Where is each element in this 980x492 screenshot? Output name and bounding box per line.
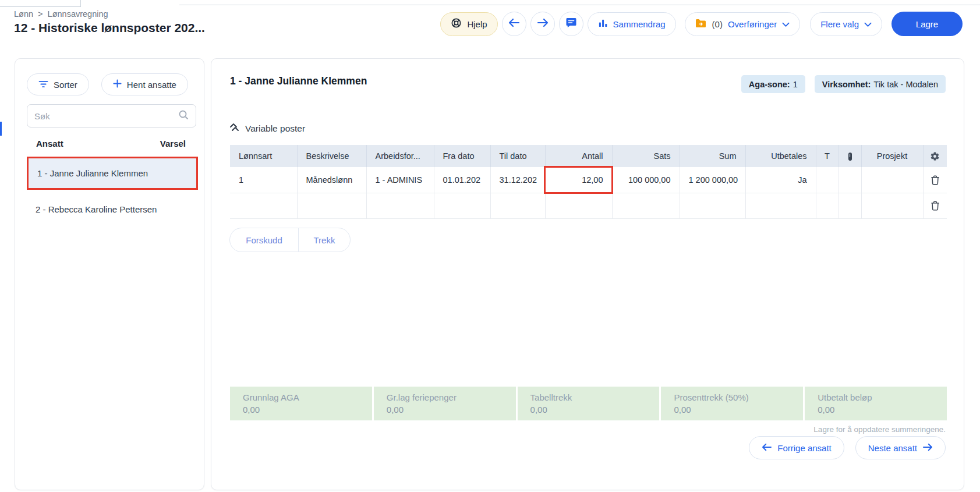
cell-utbetales[interactable] [745, 193, 816, 218]
header-lonnsart: Lønnsart [230, 145, 297, 167]
breadcrumb-separator: > [38, 9, 43, 19]
employee-name: 2 - Rebecca Karoline Pettersen [36, 204, 157, 214]
filter-icon [38, 80, 48, 90]
cell-t[interactable] [816, 167, 839, 193]
cell-til-dato[interactable]: 31.12.202 [490, 167, 545, 193]
table-header-row: Lønnsart Beskrivelse Arbeidsfor... Fra d… [230, 145, 947, 167]
save-button[interactable]: Lagre [891, 12, 963, 36]
cell-antall-annotated[interactable]: 12,00 [545, 167, 612, 193]
cell-attachment[interactable] [839, 193, 861, 218]
breadcrumb-lonnsavregning: Lønnsavregning [48, 9, 108, 19]
header-arbeidsforhold: Arbeidsfor... [366, 145, 434, 167]
cell-t[interactable] [816, 193, 839, 218]
cell-sum[interactable]: 1 200 000,00 [680, 167, 745, 193]
breadcrumb-lonn[interactable]: Lønn [14, 9, 33, 19]
nav-rail-indicator [0, 122, 2, 136]
employee-list-item-1[interactable]: 1 - Janne Julianne Klemmen [27, 157, 198, 190]
summary-grlag-feriepenger: Gr.lag feriepenger 0,00 [374, 387, 516, 420]
help-label: Hjelp [467, 19, 487, 29]
next-employee-label: Neste ansatt [868, 443, 917, 453]
cell-arbeidsforhold[interactable]: 1 - ADMINIS [366, 167, 434, 193]
cell-delete[interactable] [923, 167, 947, 193]
cell-arbeidsforhold[interactable] [366, 193, 434, 218]
tab-forskudd[interactable]: Forskudd [229, 228, 298, 252]
chevrons-up-icon [229, 123, 239, 134]
column-ansatt: Ansatt [36, 139, 63, 148]
tab-trekk[interactable]: Trekk [298, 228, 351, 252]
save-note: Lagre for å oppdatere summeringene. [813, 425, 946, 434]
cell-til-dato[interactable] [490, 193, 545, 218]
help-button[interactable]: Hjelp [440, 12, 497, 36]
cell-lonnsart[interactable] [230, 193, 297, 218]
sammendrag-label: Sammendrag [613, 19, 666, 29]
search-input[interactable] [34, 111, 178, 121]
payroll-detail-panel: 1 - Janne Julianne Klemmen Aga-sone: 1 V… [211, 58, 964, 490]
cell-beskrivelse[interactable] [297, 193, 366, 218]
employee-badges: Aga-sone: 1 Virksomhet: Tik tak - Modale… [741, 75, 946, 93]
search-icon [178, 109, 189, 122]
employee-name: 1 - Janne Julianne Klemmen [37, 168, 148, 178]
arrow-left-icon [508, 18, 520, 30]
header-sats: Sats [612, 145, 680, 167]
flere-valg-label: Flere valg [820, 19, 859, 29]
summary-label: Gr.lag feriepenger [387, 392, 516, 402]
trash-icon [931, 200, 940, 210]
summary-utbetalt-belop: Utbetalt beløp 0,00 [805, 387, 947, 420]
bar-chart-icon [598, 18, 608, 30]
overforinger-label: Overføringer [728, 19, 777, 29]
folder-arrow-icon [695, 19, 707, 30]
aga-sone-badge: Aga-sone: 1 [741, 75, 805, 93]
hent-ansatte-button[interactable]: Hent ansatte [101, 73, 188, 95]
back-button[interactable] [502, 12, 526, 36]
header-antall: Antall [545, 145, 612, 167]
flere-valg-button[interactable]: Flere valg [810, 12, 882, 36]
previous-employee-label: Forrige ansatt [777, 443, 832, 453]
summary-label: Utbetalt beløp [818, 392, 947, 402]
variable-poster-section[interactable]: Variable poster [229, 123, 305, 134]
page-title: 12 - Historiske lønnsposter 202... [14, 21, 205, 35]
cell-antall[interactable] [545, 193, 612, 218]
cell-sum[interactable] [680, 193, 745, 218]
overforinger-button[interactable]: (0) Overføringer [685, 12, 801, 36]
header-fra-dato: Fra dato [434, 145, 490, 167]
sammendrag-button[interactable]: Sammendrag [588, 12, 676, 36]
chevron-down-icon [864, 19, 872, 29]
forward-button[interactable] [530, 12, 555, 36]
cell-prosjekt[interactable] [861, 193, 923, 218]
trash-icon [931, 175, 940, 184]
cell-beskrivelse[interactable]: Månedslønn [297, 167, 366, 193]
cell-utbetales[interactable]: Ja [745, 167, 816, 193]
column-varsel: Varsel [160, 139, 186, 148]
employee-title: 1 - Janne Julianne Klemmen [230, 75, 367, 87]
cell-fra-dato[interactable]: 01.01.202 [434, 167, 490, 193]
cell-fra-dato[interactable] [434, 193, 490, 218]
chevron-down-icon [782, 19, 790, 29]
cell-delete[interactable] [923, 193, 947, 218]
virksomhet-value: Tik tak - Modalen [873, 80, 938, 89]
sorter-button[interactable]: Sorter [27, 73, 89, 95]
table-row: 1 Månedslønn 1 - ADMINIS 01.01.202 31.12… [230, 167, 947, 193]
cell-attachment[interactable] [839, 167, 861, 193]
cell-sats[interactable] [612, 193, 680, 218]
attachment-icon [848, 151, 852, 160]
cell-lonnsart[interactable]: 1 [230, 167, 297, 193]
summary-label: Prosenttrekk (50%) [674, 392, 803, 402]
sorter-label: Sorter [54, 80, 77, 90]
header-settings[interactable] [923, 145, 947, 167]
previous-employee-button[interactable]: Forrige ansatt [749, 436, 844, 459]
header-utbetales: Utbetales [745, 145, 816, 167]
aga-sone-label: Aga-sone: [749, 80, 790, 89]
cell-prosjekt[interactable] [861, 167, 923, 193]
header-beskrivelse: Beskrivelse [297, 145, 366, 167]
cell-sats[interactable]: 100 000,00 [612, 167, 680, 193]
comments-button[interactable] [559, 12, 583, 36]
arrow-left-icon [762, 443, 772, 453]
employee-list-item-2[interactable]: 2 - Rebecca Karoline Pettersen [27, 193, 198, 226]
chat-bubble-icon [565, 17, 577, 31]
summary-value: 0,00 [818, 405, 947, 415]
summary-prosenttrekk: Prosenttrekk (50%) 0,00 [661, 387, 803, 420]
table-row-empty [230, 193, 947, 218]
arrow-right-icon [537, 18, 549, 30]
next-employee-button[interactable]: Neste ansatt [855, 436, 946, 459]
header-t: T [816, 145, 839, 167]
